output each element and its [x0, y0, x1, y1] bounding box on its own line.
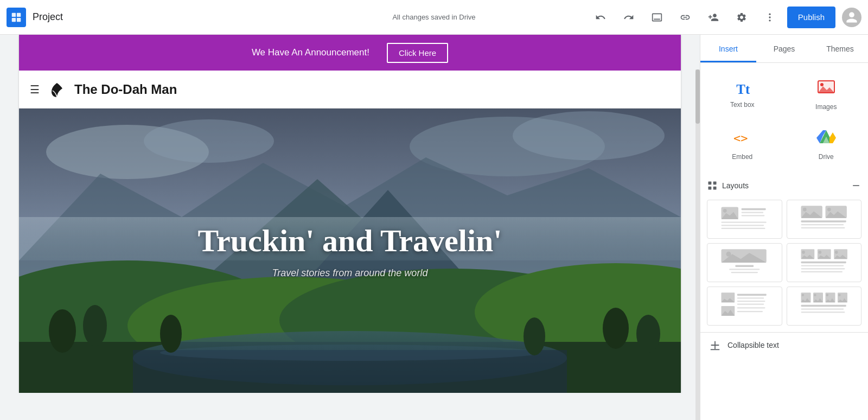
tool-textbox[interactable]: Tt Text box [700, 69, 784, 119]
layouts-header[interactable]: Layouts [707, 176, 861, 195]
drive-icon [816, 128, 836, 150]
svg-rect-104 [801, 309, 844, 310]
app-icon[interactable] [7, 8, 26, 27]
svg-text:<>: <> [733, 131, 748, 145]
drive-label: Drive [819, 153, 834, 161]
topbar: Project All changes saved in Drive [0, 0, 868, 35]
tool-images[interactable]: Images [784, 69, 869, 119]
svg-point-93 [801, 294, 804, 297]
hero-title: Truckin' and Travelin' [198, 222, 502, 259]
canvas-wrapper: We Have An Announcement! Click Here ☰ Th… [0, 35, 700, 420]
textbox-label: Text box [730, 101, 755, 109]
svg-rect-1 [17, 12, 21, 16]
collapsible-icon [709, 339, 721, 351]
svg-rect-78 [801, 265, 844, 266]
svg-rect-90 [737, 311, 763, 312]
undo-button[interactable] [590, 7, 611, 28]
svg-rect-47 [742, 208, 766, 210]
svg-rect-79 [801, 268, 845, 269]
site-name: The Do-Dah Man [74, 82, 177, 97]
doc-title: Project [33, 11, 63, 23]
svg-point-55 [802, 208, 806, 212]
svg-rect-80 [801, 271, 843, 272]
svg-rect-41 [713, 182, 717, 185]
canvas-area[interactable]: We Have An Announcement! Click Here ☰ Th… [0, 35, 700, 393]
hero-content: Truckin' and Travelin' Travel stories fr… [19, 109, 681, 393]
svg-point-96 [814, 294, 816, 297]
layout-card-3[interactable] [707, 243, 782, 282]
add-collaborator-button[interactable] [703, 7, 724, 28]
hero-subtitle: Travel stories from around the world [272, 268, 428, 279]
embed-label: Embed [732, 153, 752, 161]
svg-rect-60 [801, 224, 844, 225]
layouts-section: Layouts [700, 176, 868, 332]
tool-drive[interactable]: Drive [784, 119, 869, 169]
textbox-icon: Tt [733, 80, 751, 98]
tab-pages[interactable]: Pages [756, 35, 812, 62]
layout-card-6[interactable] [787, 287, 862, 326]
svg-rect-40 [709, 182, 712, 185]
svg-rect-86 [737, 297, 764, 298]
svg-rect-103 [801, 305, 846, 307]
svg-point-6 [769, 20, 770, 21]
svg-rect-88 [737, 304, 764, 305]
svg-point-5 [769, 16, 770, 18]
layout-card-4[interactable] [787, 243, 862, 282]
announcement-bar: We Have An Announcement! Click Here [19, 35, 681, 71]
insert-tools: Tt Text box Images [700, 63, 868, 176]
svg-point-99 [826, 294, 828, 297]
hamburger-icon[interactable]: ☰ [30, 83, 40, 96]
svg-marker-38 [829, 132, 836, 143]
redo-button[interactable] [618, 7, 640, 28]
link-button[interactable] [674, 7, 696, 28]
svg-rect-85 [737, 294, 767, 296]
scroll-thumb[interactable] [695, 69, 700, 124]
tab-themes[interactable]: Themes [812, 35, 868, 62]
svg-rect-50 [722, 222, 767, 223]
svg-rect-59 [801, 220, 846, 222]
svg-rect-48 [742, 212, 764, 213]
svg-rect-49 [742, 215, 765, 216]
publish-button[interactable]: Publish [787, 7, 835, 28]
tool-embed[interactable]: <> Embed [700, 119, 784, 169]
svg-point-76 [834, 251, 838, 254]
avatar[interactable] [842, 8, 861, 27]
preview-button[interactable] [646, 7, 668, 28]
scroll-track[interactable] [695, 69, 700, 420]
more-options-button[interactable] [759, 7, 781, 28]
svg-text:Tt: Tt [737, 82, 751, 97]
svg-rect-66 [729, 269, 760, 270]
svg-rect-2 [12, 17, 16, 21]
panel-tabs: Insert Pages Themes [700, 35, 868, 63]
announcement-text: We Have An Announcement! [252, 47, 369, 58]
settings-button[interactable] [731, 7, 752, 28]
svg-rect-42 [709, 187, 712, 190]
layout-card-5[interactable] [707, 287, 782, 326]
svg-rect-0 [12, 12, 16, 16]
right-panel: Insert Pages Themes Tt Text box [700, 35, 868, 420]
svg-rect-65 [735, 265, 754, 267]
svg-rect-89 [737, 307, 765, 308]
embed-icon: <> [732, 128, 752, 150]
layouts-collapse-icon [851, 180, 861, 191]
click-here-button[interactable]: Click Here [387, 43, 448, 63]
svg-rect-61 [801, 227, 845, 228]
svg-point-102 [838, 294, 841, 297]
images-icon [816, 78, 836, 100]
tab-insert[interactable]: Insert [700, 35, 756, 62]
layout-card-2[interactable] [787, 200, 862, 239]
svg-rect-77 [801, 262, 846, 263]
site-container: We Have An Announcement! Click Here ☰ Th… [19, 35, 681, 393]
collapsible-section[interactable]: Collapsible text [700, 332, 868, 358]
images-label: Images [815, 103, 837, 111]
site-header: ☰ The Do-Dah Man [19, 71, 681, 109]
svg-rect-87 [737, 301, 765, 302]
svg-point-4 [769, 13, 770, 15]
svg-rect-43 [713, 187, 717, 190]
layout-card-1[interactable] [707, 200, 782, 239]
svg-rect-51 [722, 225, 764, 226]
svg-point-64 [726, 252, 731, 257]
svg-rect-105 [801, 311, 845, 313]
collapsible-label: Collapsible text [727, 341, 779, 349]
hero-section: Truckin' and Travelin' Travel stories fr… [19, 109, 681, 393]
